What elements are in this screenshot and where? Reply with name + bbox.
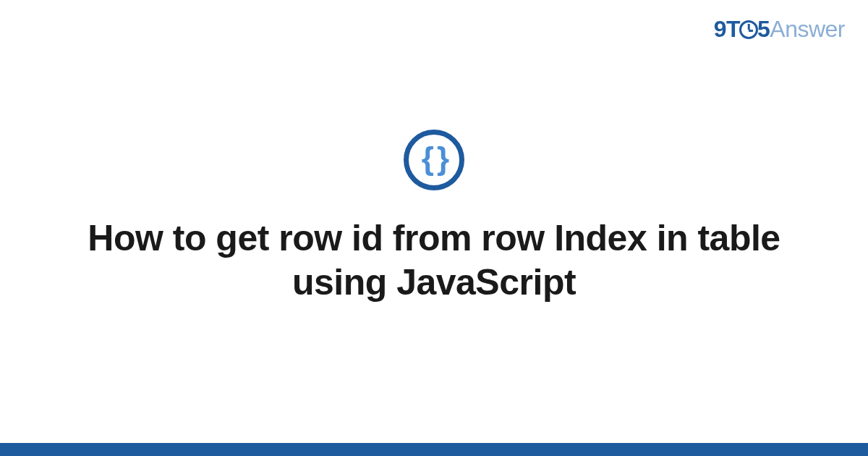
code-braces-icon: { } xyxy=(404,130,464,190)
page-title: How to get row id from row Index in tabl… xyxy=(72,216,796,305)
footer-accent-bar xyxy=(0,443,868,456)
main-content: { } How to get row id from row Index in … xyxy=(0,0,868,456)
code-braces-glyph: { } xyxy=(422,143,446,174)
